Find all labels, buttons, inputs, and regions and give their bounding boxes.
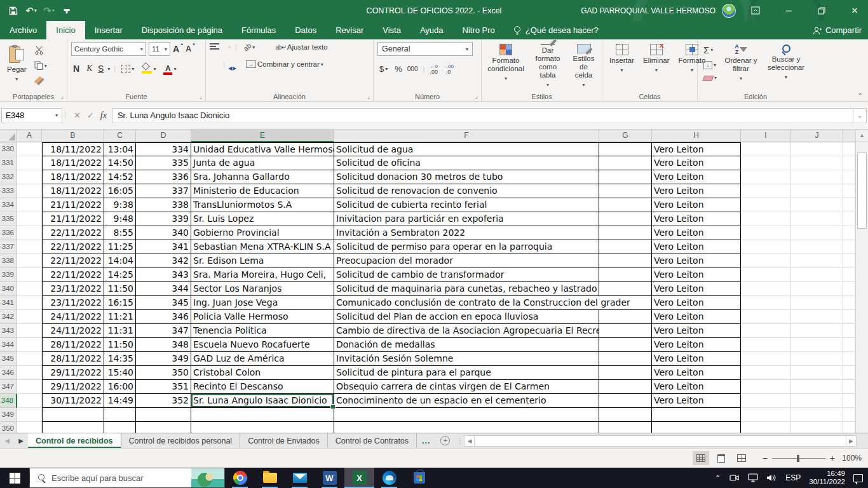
align-top-button[interactable] (210, 43, 219, 51)
collapse-ribbon-button[interactable]: ⌃ (858, 92, 863, 99)
cell-C337[interactable]: 11:25 (104, 240, 136, 254)
increase-decimal-button[interactable]: ←0,00 (430, 64, 438, 74)
cell-E347[interactable]: Recinto El Descanso (191, 380, 334, 394)
select-all-corner[interactable] (0, 130, 17, 142)
page-layout-view-button[interactable] (713, 451, 729, 465)
start-button[interactable] (0, 468, 29, 488)
cell-D340[interactable]: 344 (136, 282, 191, 296)
cell-F345[interactable]: Invitación Sesión Solemne (334, 352, 599, 366)
cell-E338[interactable]: Sr. Edison Lema (191, 254, 334, 268)
clock[interactable]: 16:49 30/11/2022 (809, 470, 845, 486)
row-header-337[interactable]: 337 (0, 240, 17, 254)
format-painter-button[interactable] (32, 75, 49, 86)
cell-I343[interactable] (741, 324, 791, 338)
taskbar-mail-button[interactable] (285, 468, 315, 488)
cell-A340[interactable] (17, 282, 42, 296)
ribbon-tab-disposici-n-de-p-gina[interactable]: Disposición de página (132, 21, 232, 39)
cell-B345[interactable]: 28/11/2022 (42, 352, 104, 366)
cell-F347[interactable]: Obsequio carrera de cintas virgen de El … (334, 380, 599, 394)
cell-F346[interactable]: Solicitud de pintura para el parque (334, 366, 599, 380)
cell-J341[interactable] (791, 296, 843, 310)
cell-F343[interactable]: Cambio de directiva de la Asociacion Agr… (334, 324, 599, 338)
cell-E336[interactable]: Gobierno Provincial (191, 226, 334, 240)
cell-H350[interactable] (652, 422, 741, 433)
cell-D347[interactable]: 351 (136, 380, 191, 394)
column-header-B[interactable]: B (42, 130, 104, 142)
column-header-I[interactable]: I (741, 130, 791, 142)
cell-D348[interactable]: 352 (136, 394, 191, 408)
cell-F337[interactable]: Solicitud de permiso para operar en la p… (334, 240, 599, 254)
cell-C342[interactable]: 11:21 (104, 310, 136, 324)
row-header-349[interactable]: 349 (0, 408, 17, 422)
ribbon-display-options-button[interactable] (742, 0, 769, 21)
cell-F341[interactable]: Comunicado conclusión de contrato de la … (334, 296, 652, 310)
comma-format-button[interactable]: 000 (407, 65, 418, 72)
cell-I342[interactable] (741, 310, 791, 324)
cell-E344[interactable]: Escuela Nuevo Rocafuerte (191, 338, 334, 352)
cell-H338[interactable]: Vero Leiton (652, 254, 741, 268)
cell-A331[interactable] (17, 156, 42, 170)
decrease-decimal-button[interactable]: →00,0 (443, 64, 454, 74)
cell-J335[interactable] (791, 212, 843, 226)
cell-H343[interactable]: Vero Leiton (652, 324, 741, 338)
previous-sheet-button[interactable]: ◀ (0, 433, 14, 448)
cell-B331[interactable]: 18/11/2022 (42, 156, 104, 170)
cell-C334[interactable]: 9:38 (104, 198, 136, 212)
cell-C330[interactable]: 13:04 (104, 142, 136, 156)
cell-A336[interactable] (17, 226, 42, 240)
numero-dialog-launcher[interactable]: ⌟ (473, 93, 480, 100)
cell-E350[interactable] (191, 422, 334, 433)
cell-F344[interactable]: Donación de medallas (334, 338, 599, 352)
cell-I340[interactable] (741, 282, 791, 296)
cell-J336[interactable] (791, 226, 843, 240)
cell-C338[interactable]: 14:04 (104, 254, 136, 268)
row-header-331[interactable]: 331 (0, 156, 17, 170)
cell-I334[interactable] (741, 198, 791, 212)
column-header-E[interactable]: E (191, 130, 334, 142)
autosum-button[interactable]: Σ▾ (702, 43, 719, 57)
cell-I331[interactable] (741, 156, 791, 170)
cell-J334[interactable] (791, 198, 843, 212)
zoom-out-button[interactable]: − (763, 453, 768, 463)
next-sheet-button[interactable]: ▶ (14, 433, 28, 448)
customize-quick-access-button[interactable]: ▬▾ (58, 3, 75, 19)
sheet-tab-control-de-recibidos-personal[interactable]: Control de recibidos personal (121, 433, 241, 448)
fill-color-button[interactable]: ▾ (140, 62, 158, 75)
column-header-J[interactable]: J (791, 130, 843, 142)
cell-C336[interactable]: 8:55 (104, 226, 136, 240)
sheet-tab-control-de-recibidos[interactable]: Control de recibidos (28, 433, 121, 448)
expand-formula-bar-button[interactable]: ⌄ (853, 108, 867, 123)
cell-B333[interactable]: 18/11/2022 (42, 184, 104, 198)
account-avatar[interactable] (722, 4, 736, 18)
cell-H339[interactable]: Vero Leiton (652, 268, 741, 282)
ribbon-tab-archivo[interactable]: Archivo (0, 21, 46, 39)
cell-F338[interactable]: Preocupacion del morador (334, 254, 599, 268)
cell-J348[interactable] (791, 394, 843, 408)
cell-D344[interactable]: 348 (136, 338, 191, 352)
row-header-342[interactable]: 342 (0, 310, 17, 324)
decrease-font-button[interactable]: A (186, 44, 195, 53)
cell-I345[interactable] (741, 352, 791, 366)
cell-I348[interactable] (741, 394, 791, 408)
cell-B336[interactable]: 22/11/2022 (42, 226, 104, 240)
row-header-330[interactable]: 330 (0, 142, 17, 156)
conditional-formatting-button[interactable]: Formato condicional ▾ (485, 42, 526, 91)
cell-C346[interactable]: 15:40 (104, 366, 136, 380)
row-header-341[interactable]: 341 (0, 296, 17, 310)
row-header-340[interactable]: 340 (0, 282, 17, 296)
new-sheet-button[interactable]: + (440, 436, 450, 445)
cell-J344[interactable] (791, 338, 843, 352)
cell-F330[interactable]: Solicitud de agua (334, 142, 599, 156)
cell-C341[interactable]: 16:15 (104, 296, 136, 310)
cell-J347[interactable] (791, 380, 843, 394)
horizontal-scroll-track[interactable] (475, 435, 846, 447)
cell-C332[interactable]: 14:52 (104, 170, 136, 184)
cell-F331[interactable]: Solicitud de oficina (334, 156, 599, 170)
cell-G343[interactable] (599, 324, 652, 338)
taskbar-excel-button[interactable]: X (344, 468, 374, 488)
close-button[interactable]: × (841, 0, 868, 21)
cell-I338[interactable] (741, 254, 791, 268)
action-center-button[interactable] (853, 474, 863, 482)
cell-J330[interactable] (791, 142, 843, 156)
cell-H334[interactable]: Vero Leiton (652, 198, 741, 212)
